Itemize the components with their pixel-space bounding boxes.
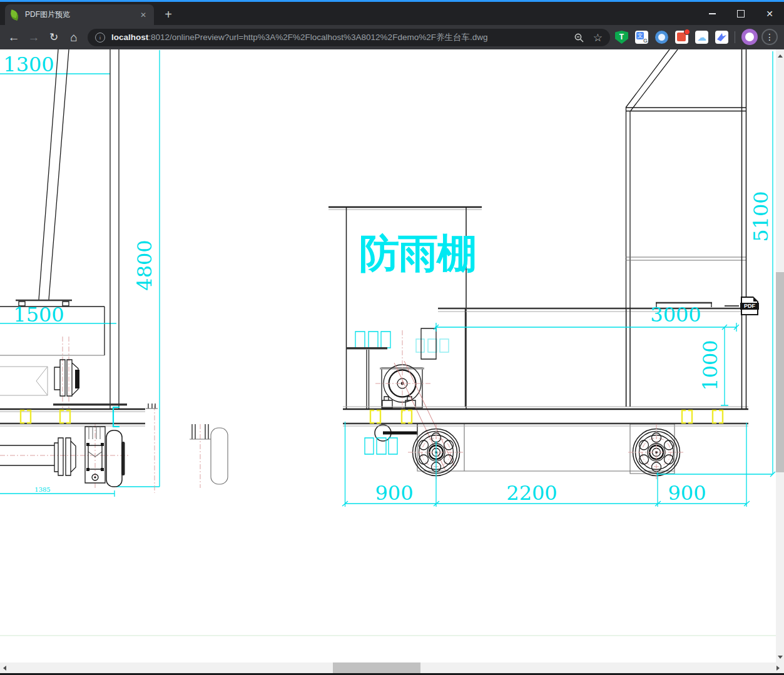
window-titlebar: PDF图片预览 ✕ + ✕ <box>0 0 784 25</box>
maximize-button[interactable] <box>726 2 755 25</box>
browser-tab[interactable]: PDF图片预览 ✕ <box>5 4 154 25</box>
pdf-badge-label: PDF <box>740 303 759 310</box>
dimension-label-5100: 5100 <box>749 191 773 241</box>
spring-leaf-favicon <box>9 9 20 21</box>
rain-shelter-label: 防雨棚 <box>359 230 476 277</box>
scroll-left-arrow[interactable] <box>3 666 6 671</box>
browser-menu-button[interactable]: ⋮ <box>761 29 778 45</box>
translate-g-glyph: G <box>643 38 648 44</box>
minimize-icon <box>709 13 716 14</box>
avatar-figure <box>745 33 754 41</box>
browser-toolbar: ← → ↻ ⌂ i localhost:8012/onlinePreview?u… <box>0 25 784 49</box>
side-view-dimensions: 3000 1000 5100 900 2200 900 <box>342 51 775 507</box>
zoom-page-icon[interactable] <box>574 33 584 43</box>
vertical-scroll-thumb[interactable] <box>776 272 784 472</box>
tab-title: PDF图片预览 <box>25 9 138 20</box>
window-controls: ✕ <box>698 2 784 25</box>
bookmark-star-icon[interactable]: ☆ <box>593 31 603 44</box>
reload-button[interactable]: ↻ <box>44 25 63 49</box>
dimension-label-900-front: 900 <box>375 481 413 505</box>
scroll-up-arrow[interactable] <box>778 54 783 58</box>
dimension-label-1385: 1385 <box>34 486 50 493</box>
page-content: 1300 1500 4800 1385 <box>0 49 784 675</box>
pdf-file-icon[interactable]: PDF <box>741 297 758 315</box>
forward-button[interactable]: → <box>24 25 43 49</box>
dimension-label-2200: 2200 <box>506 481 557 505</box>
url-host: localhost <box>111 33 148 42</box>
back-button[interactable]: ← <box>4 25 23 49</box>
url-path: :8012/onlinePreview?url=http%3A%2F%2Floc… <box>148 33 487 42</box>
close-button[interactable]: ✕ <box>755 2 784 25</box>
page-info-icon[interactable]: i <box>95 33 105 43</box>
scroll-right-arrow[interactable] <box>776 666 780 671</box>
dimension-label-1300: 1300 <box>3 53 54 76</box>
devtool-extension-icon[interactable] <box>675 31 688 44</box>
dimension-label-4800: 4800 <box>133 240 156 290</box>
translate-extension-icon[interactable]: 文G <box>635 31 648 44</box>
dimension-label-3000: 3000 <box>650 303 701 327</box>
profile-avatar[interactable] <box>741 29 758 45</box>
tab-close-icon[interactable]: ✕ <box>138 11 149 19</box>
new-tab-button[interactable]: + <box>160 6 176 23</box>
dimension-label-1000: 1000 <box>698 340 722 390</box>
notification-badge <box>684 29 690 35</box>
url-text[interactable]: localhost:8012/onlinePreview?url=http%3A… <box>111 32 569 43</box>
yellow-clamps <box>21 410 723 423</box>
scroll-down-arrow[interactable] <box>778 656 783 659</box>
wheel-rear <box>628 424 685 480</box>
horizontal-scrollbar[interactable] <box>0 662 784 673</box>
drawing-canvas: 1300 1500 4800 1385 <box>0 49 776 663</box>
tampermonkey-extension-icon[interactable]: T <box>615 31 628 44</box>
circle-extension-icon[interactable] <box>655 31 668 44</box>
address-bar[interactable]: i localhost:8012/onlinePreview?url=http%… <box>88 29 610 46</box>
window-accent-line <box>0 0 784 2</box>
maximize-icon <box>737 10 745 18</box>
toolbar-divider <box>735 31 735 43</box>
home-button[interactable]: ⌂ <box>64 25 83 49</box>
horizontal-scroll-thumb[interactable] <box>333 662 420 673</box>
dimension-label-1500: 1500 <box>13 303 64 327</box>
vertical-scrollbar[interactable] <box>776 49 784 662</box>
minimize-button[interactable] <box>698 2 726 25</box>
left-end-view: 1300 1500 4800 1385 <box>0 49 228 497</box>
bird-extension-icon[interactable] <box>715 31 728 44</box>
cloud-extension-icon[interactable]: ☁ <box>695 31 708 44</box>
dimension-label-900-rear: 900 <box>668 481 706 505</box>
